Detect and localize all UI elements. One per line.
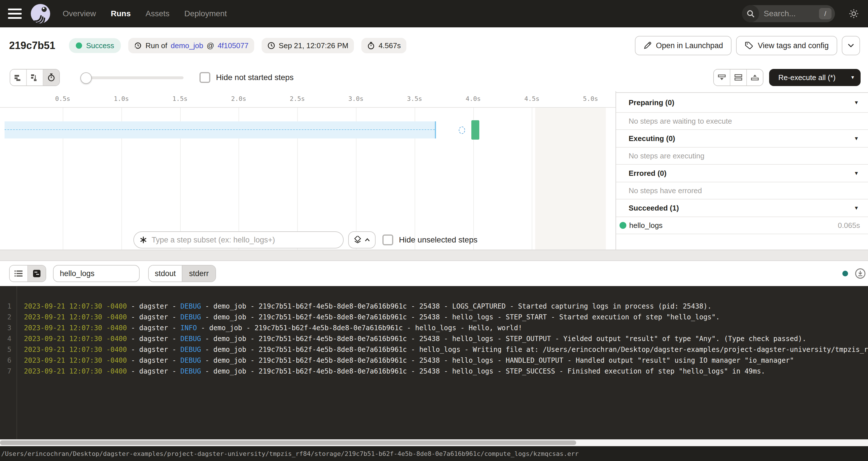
log-line-6: 62023-09-21 12:07:30 -0400 - dagster - D… xyxy=(0,355,868,366)
caret-down-icon[interactable]: ▼ xyxy=(854,171,859,176)
log-filter-input[interactable]: hello_logs xyxy=(53,265,140,282)
waiting-span-bar xyxy=(5,121,436,139)
split-panels-button[interactable] xyxy=(730,69,746,86)
run-actions-chevron-button[interactable] xyxy=(842,36,860,55)
nav-item-deployment[interactable]: Deployment xyxy=(184,9,227,18)
panel-layout-group xyxy=(713,69,764,86)
section-title: Succeeded (1) xyxy=(629,204,854,213)
section-title: Executing (0) xyxy=(629,134,854,143)
section-header-preparing[interactable]: Preparing (0)▼ xyxy=(616,93,868,113)
section-empty-message: No steps have errored xyxy=(616,182,868,199)
line-number: 7 xyxy=(0,366,11,377)
hide-not-started-label: Hide not started steps xyxy=(216,73,293,82)
gantt-zoom-slider[interactable] xyxy=(80,69,184,86)
section-header-errored[interactable]: Errored (0)▼ xyxy=(616,165,868,182)
log-text: 2023-09-21 12:07:30 -0400 - dagster - IN… xyxy=(24,322,522,333)
axis-tick-0.5s: 0.5s xyxy=(55,95,70,102)
raw-log-icon xyxy=(32,269,41,278)
after-run-end-region xyxy=(535,108,606,250)
log-horizontal-scrollbar xyxy=(0,439,868,446)
step-subset-input[interactable]: Type a step subset (ex: hello_logs+) xyxy=(133,232,344,248)
step-subset-row: Type a step subset (ex: hello_logs+) xyxy=(0,232,616,248)
step-row-hello_logs[interactable]: hello_logs0.065s xyxy=(616,217,868,234)
log-line-4: 42023-09-21 12:07:30 -0400 - dagster - D… xyxy=(0,333,868,344)
gear-icon[interactable] xyxy=(848,8,860,19)
section-empty-message: No steps are executing xyxy=(616,148,868,165)
duration-tag: 4.567s xyxy=(361,38,406,53)
hide-unselected-label: Hide unselected steps xyxy=(399,235,477,244)
waterfall-view-icon xyxy=(30,73,39,82)
caret-down-icon[interactable]: ▼ xyxy=(854,100,859,106)
dagster-run-page: OverviewRunsAssetsDeployment Search... /… xyxy=(0,0,868,461)
download-icon[interactable] xyxy=(855,268,866,279)
section-header-succeeded[interactable]: Succeeded (1)▼ xyxy=(616,199,868,217)
axis-tick-1.5s: 1.5s xyxy=(173,95,187,102)
hamburger-icon[interactable] xyxy=(8,8,22,19)
search-icon xyxy=(742,5,759,22)
nav-item-overview[interactable]: Overview xyxy=(63,9,96,18)
search-placeholder: Search... xyxy=(764,9,819,18)
timed-view-button[interactable] xyxy=(43,69,59,86)
job-link[interactable]: demo_job xyxy=(171,41,203,50)
step-marker-circle xyxy=(459,126,465,134)
caret-down-icon[interactable]: ▼ xyxy=(854,205,859,211)
axis-tick-4.0s: 4.0s xyxy=(466,95,481,102)
caret-down-icon[interactable]: ▼ xyxy=(854,135,859,142)
checkbox-box[interactable] xyxy=(199,72,210,83)
collapse-down-button[interactable] xyxy=(714,69,730,86)
scrollbar-thumb[interactable] xyxy=(0,440,576,445)
raw-log-button[interactable] xyxy=(27,266,45,281)
log-line-5: 52023-09-21 12:07:30 -0400 - dagster - D… xyxy=(0,344,868,355)
pane-splitter-handle[interactable] xyxy=(0,250,868,261)
log-line-3: 32023-09-21 12:07:30 -0400 - dagster - I… xyxy=(0,322,868,333)
view-tags-config-button[interactable]: View tags and config xyxy=(736,36,837,55)
raw-log-viewer: 12023-09-21 12:07:30 -0400 - dagster - D… xyxy=(0,286,868,439)
log-view-mode-group xyxy=(9,265,46,282)
tag-icon xyxy=(745,41,753,50)
section-title: Preparing (0) xyxy=(629,98,854,107)
nav-items: OverviewRunsAssetsDeployment xyxy=(63,9,227,18)
nav-item-runs[interactable]: Runs xyxy=(111,9,131,18)
log-text: 2023-09-21 12:07:30 -0400 - dagster - DE… xyxy=(24,301,712,312)
flat-view-button[interactable] xyxy=(10,69,26,86)
slider-thumb[interactable] xyxy=(80,72,92,84)
reexecute-caret-icon[interactable]: ▼ xyxy=(845,75,861,80)
log-text: 2023-09-21 12:07:30 -0400 - dagster - DE… xyxy=(24,312,720,322)
step-success-dot xyxy=(620,222,626,229)
step-bar-hello-logs[interactable] xyxy=(471,120,479,140)
log-line-7: 72023-09-21 12:07:30 -0400 - dagster - D… xyxy=(0,366,868,377)
search-input[interactable]: Search... / xyxy=(742,5,835,22)
at-symbol: @ xyxy=(207,41,214,50)
section-empty-message: No steps are waiting to execute xyxy=(616,113,868,130)
line-number: 1 xyxy=(0,301,11,312)
logo-eye xyxy=(41,7,47,12)
graph-query-toggle-button[interactable] xyxy=(348,232,376,248)
collapse-up-button[interactable] xyxy=(746,69,763,86)
log-filter-value: hello_logs xyxy=(60,269,95,278)
gantt-view-mode-group xyxy=(10,69,60,86)
nav-item-assets[interactable]: Assets xyxy=(146,9,169,18)
reexecute-all-button[interactable]: Re-execute all (*) ▼ xyxy=(769,69,861,86)
hide-unselected-checkbox[interactable]: Hide unselected steps xyxy=(382,235,477,245)
structured-log-button[interactable] xyxy=(10,266,27,281)
log-text: 2023-09-21 12:07:30 -0400 - dagster - DE… xyxy=(24,355,794,366)
axis-tick-3.0s: 3.0s xyxy=(348,95,364,102)
run-id: 219c7b51 xyxy=(9,40,55,52)
section-header-executing[interactable]: Executing (0)▼ xyxy=(616,130,868,148)
tab-stdout[interactable]: stdout xyxy=(149,266,182,281)
open-in-launchpad-button[interactable]: Open in Launchpad xyxy=(635,36,732,55)
code-version-link[interactable]: 4f105077 xyxy=(218,41,248,50)
status-badge: Success xyxy=(69,38,121,53)
stopwatch-icon xyxy=(47,73,56,82)
chevron-down-icon xyxy=(848,43,854,48)
waiting-dotted-line xyxy=(5,129,435,130)
timeline-axis: 0.5s1.0s1.5s2.0s2.5s3.0s3.5s4.0s4.5s5.0s xyxy=(0,91,616,108)
tab-stderr[interactable]: stderr xyxy=(182,266,215,281)
hide-not-started-checkbox[interactable]: Hide not started steps xyxy=(199,72,293,83)
waterfall-view-button[interactable] xyxy=(26,69,43,86)
run-header: 219c7b51 Success Run of demo_job @ 4f105… xyxy=(0,27,868,64)
status-dot xyxy=(76,42,82,49)
dagster-logo[interactable] xyxy=(31,4,50,23)
axis-tick-2.5s: 2.5s xyxy=(290,95,305,102)
checkbox-box[interactable] xyxy=(382,235,393,245)
